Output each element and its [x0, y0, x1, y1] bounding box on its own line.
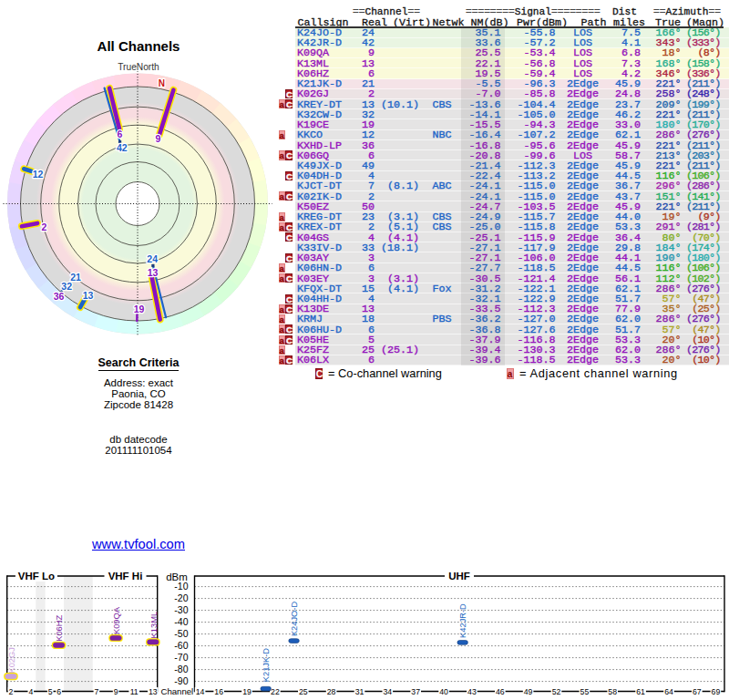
svg-text:28: 28: [327, 687, 336, 696]
svg-text:6: 6: [118, 129, 123, 139]
svg-text:58: 58: [608, 687, 617, 696]
svg-text:K21JK-D: K21JK-D: [262, 648, 271, 682]
svg-text:13: 13: [149, 687, 158, 696]
svg-text:9: 9: [155, 133, 160, 144]
svg-text:46: 46: [496, 687, 505, 696]
svg-text:42: 42: [117, 142, 128, 153]
svg-text:67: 67: [693, 687, 702, 696]
svg-text:-30: -30: [174, 604, 188, 615]
svg-text:N: N: [159, 78, 165, 88]
svg-text:64: 64: [664, 687, 673, 696]
svg-text:11: 11: [130, 687, 139, 696]
svg-text:-90: -90: [174, 675, 188, 686]
svg-text:2: 2: [9, 687, 14, 696]
svg-text:61: 61: [636, 687, 645, 696]
svg-text:40: 40: [439, 687, 448, 696]
svg-text:37: 37: [411, 687, 420, 696]
svg-text:-50: -50: [174, 628, 188, 639]
svg-text:49: 49: [524, 687, 533, 696]
svg-text:Channel: Channel: [161, 686, 194, 696]
svg-text:14: 14: [196, 687, 205, 696]
svg-text:UHF: UHF: [448, 571, 470, 582]
svg-text:4: 4: [28, 687, 33, 696]
svg-text:VHF Hi: VHF Hi: [108, 571, 143, 582]
svg-text:TrueNorth: TrueNorth: [118, 62, 159, 72]
svg-text:-20: -20: [174, 592, 188, 603]
svg-text:69: 69: [712, 687, 721, 696]
svg-text:2: 2: [42, 221, 47, 232]
svg-text:K02GJ: K02GJ: [7, 647, 16, 673]
svg-text:6: 6: [56, 687, 61, 696]
svg-text:9: 9: [114, 687, 118, 696]
svg-text:-80: -80: [174, 664, 188, 674]
svg-text:32: 32: [61, 281, 72, 292]
svg-text:5: 5: [48, 687, 53, 696]
svg-text:7: 7: [94, 687, 98, 696]
svg-text:24: 24: [147, 253, 158, 264]
svg-text:22: 22: [271, 687, 280, 696]
svg-text:K06HZ: K06HZ: [55, 615, 64, 642]
svg-text:34: 34: [383, 687, 392, 696]
svg-text:19: 19: [134, 304, 145, 314]
svg-text:36: 36: [54, 291, 65, 302]
svg-text:K24JO-D: K24JO-D: [290, 602, 299, 637]
svg-text:K42JR-D: K42JR-D: [459, 603, 468, 638]
svg-text:-40: -40: [174, 616, 188, 627]
svg-text:K13ML: K13ML: [149, 612, 159, 638]
svg-text:25: 25: [299, 687, 308, 696]
svg-text:-70: -70: [174, 652, 188, 663]
svg-text:-10: -10: [174, 581, 188, 592]
svg-text:K09QA: K09QA: [112, 606, 121, 634]
svg-text:52: 52: [552, 687, 561, 696]
svg-text:19: 19: [242, 687, 252, 696]
svg-text:16: 16: [214, 687, 223, 696]
svg-text:13: 13: [83, 290, 94, 301]
svg-text:31: 31: [355, 687, 364, 696]
svg-text:12: 12: [33, 169, 44, 180]
svg-text:-60: -60: [174, 640, 188, 651]
svg-text:43: 43: [467, 687, 477, 696]
svg-text:55: 55: [580, 687, 590, 696]
svg-text:13: 13: [148, 267, 159, 278]
svg-text:VHF Lo: VHF Lo: [18, 571, 55, 582]
